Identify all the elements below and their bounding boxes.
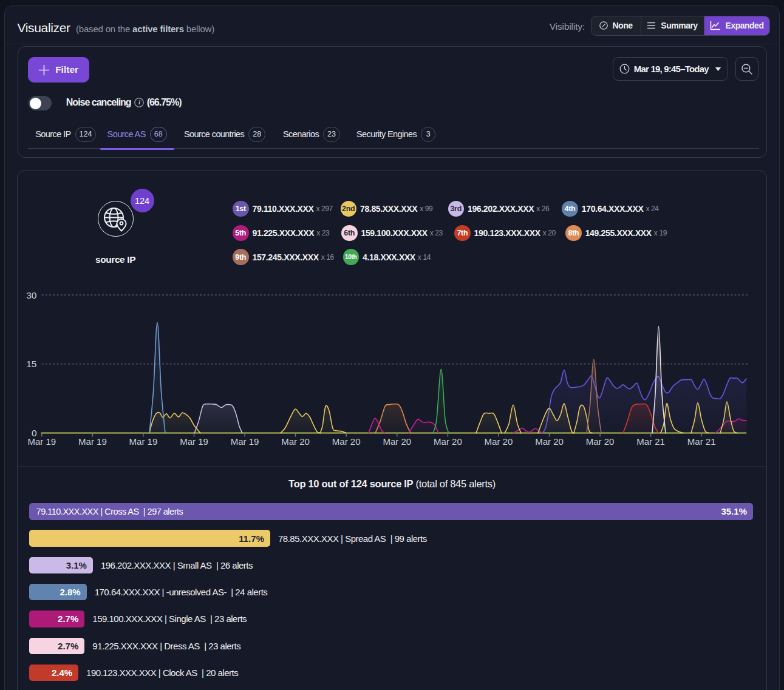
svg-text:Mar 19: Mar 19 [78,436,107,447]
svg-text:0: 0 [32,428,37,438]
svg-text:Mar 20: Mar 20 [535,436,564,447]
svg-text:Mar 20: Mar 20 [281,436,310,447]
svg-text:Mar 20: Mar 20 [383,436,411,447]
svg-text:Mar 20: Mar 20 [332,436,361,447]
svg-text:i: i [138,100,140,106]
svg-text:Mar 21: Mar 21 [636,436,665,447]
svg-text:Mar 19: Mar 19 [231,436,259,447]
svg-text:Mar 20: Mar 20 [586,436,615,447]
svg-text:Mar 21: Mar 21 [687,436,716,447]
svg-text:Mar 19: Mar 19 [180,436,208,447]
svg-text:Mar 20: Mar 20 [485,436,513,447]
svg-text:Mar 20: Mar 20 [434,436,462,447]
svg-text:Mar 19: Mar 19 [129,436,158,447]
svg-text:30: 30 [26,290,37,300]
svg-text:15: 15 [26,359,36,369]
